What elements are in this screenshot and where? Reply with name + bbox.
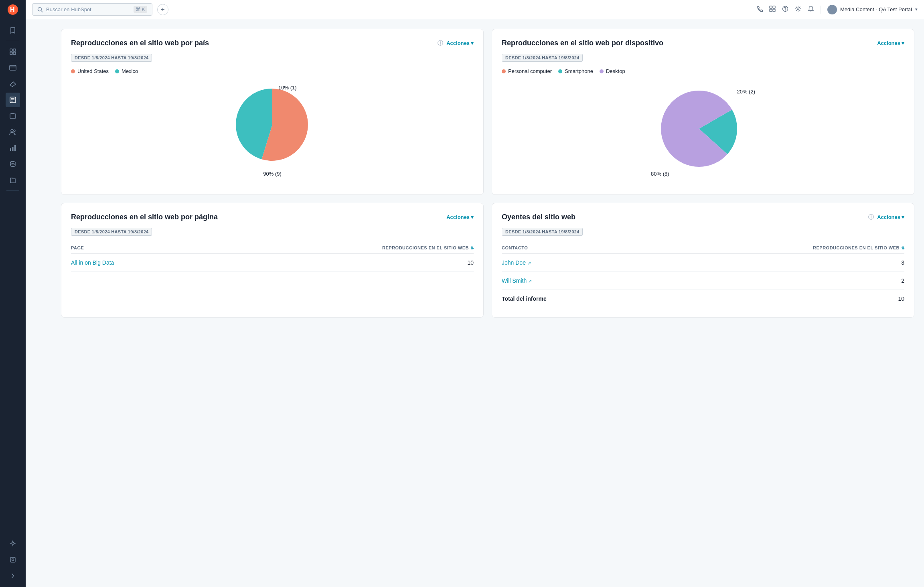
legend-item-mx: Mexico [115,68,138,74]
legend-label-smartphone: Smartphone [565,68,593,74]
contact-count-john: 3 [634,254,904,272]
sort-icon-page[interactable]: ⇅ [470,246,474,250]
topbar-user[interactable]: Media Content - QA Test Portal ▾ [827,5,918,14]
card-country-header: Reproducciones en el sitio web por país … [71,39,474,47]
svg-rect-22 [770,6,772,8]
sort-icon-contact[interactable]: ⇅ [901,246,905,250]
topbar: Buscar en HubSpot ⌘K + [26,0,924,19]
sidebar-item-content[interactable] [6,93,20,107]
legend-dot-us [71,69,75,73]
sidebar-item-people[interactable] [6,125,20,139]
contact-link-john[interactable]: John Doe [502,259,526,266]
card-listeners-header: Oyentes del sitio web ⓘ Acciones ▾ [502,213,904,221]
legend-item-smartphone: Smartphone [558,68,593,74]
pie-label-mexico: 10% (1) [278,85,297,91]
svg-rect-5 [13,52,16,55]
card-country-legend: United States Mexico [71,68,138,74]
dashboard-grid: Reproducciones en el sitio web por país … [61,29,914,318]
svg-rect-19 [10,557,15,562]
topbar-divider [821,6,821,14]
svg-rect-17 [14,145,16,151]
pie-label-smartphone: 20% (2) [737,89,755,95]
card-device-header: Reproducciones en el sitio web por dispo… [502,39,904,47]
sidebar-divider-2 [6,190,19,191]
legend-dot-pc [502,69,506,73]
card-listeners-actions[interactable]: Acciones ▾ [877,214,904,220]
svg-rect-6 [10,65,16,70]
legend-dot-desktop [600,69,604,73]
page-link[interactable]: All in on Big Data [71,259,114,266]
sidebar-item-contacts[interactable] [6,61,20,75]
svg-rect-15 [10,148,11,151]
legend-item-pc: Personal computer [502,68,552,74]
footer-count: 10 [634,290,904,308]
svg-point-13 [11,130,13,132]
sidebar-item-bookmark[interactable] [6,23,20,38]
col-page-header: PAGE [71,242,200,254]
phone-icon[interactable] [756,6,763,14]
card-country-info-icon[interactable]: ⓘ [438,40,443,47]
sidebar-item-integrations[interactable] [6,553,20,567]
user-avatar [827,5,837,14]
sidebar-item-files[interactable] [6,173,20,187]
user-chevron: ▾ [915,7,918,12]
search-box[interactable]: Buscar en HubSpot ⌘K [32,3,152,16]
search-icon [37,7,43,12]
svg-point-28 [797,8,799,10]
card-listeners: Oyentes del sitio web ⓘ Acciones ▾ DESDE… [492,203,914,318]
sidebar-item-ai[interactable] [6,536,20,551]
add-button[interactable]: + [157,4,168,15]
card-page-header: Reproducciones en el sitio web por págin… [71,213,474,221]
main-content: Reproducciones en el sitio web por país … [51,19,924,587]
sidebar: H [0,0,26,587]
card-country-chart: United States Mexico [71,68,474,177]
svg-point-18 [10,162,15,164]
grid-icon[interactable] [769,6,776,14]
card-country-actions[interactable]: Acciones ▾ [446,40,474,46]
svg-point-14 [14,130,15,132]
contact-count-will: 2 [634,272,904,290]
svg-rect-4 [10,52,12,55]
footer-label: Total del informe [502,290,634,308]
help-icon[interactable] [782,6,788,14]
external-link-icon-will[interactable]: ↗ [528,279,532,283]
svg-point-20 [12,559,14,561]
legend-label-pc: Personal computer [508,68,552,74]
card-listeners-date: DESDE 1/8/2024 HASTA 19/8/2024 [502,228,583,236]
contact-link-will[interactable]: Will Smith [502,277,527,284]
col-contact-count-header: REPRODUCCIONES EN EL SITIO WEB ⇅ [634,242,904,254]
sidebar-item-dashboard[interactable] [6,45,20,59]
table-footer-row: Total del informe 10 [502,290,904,308]
pie-chart-country: 10% (1) 90% (9) [228,81,316,177]
hubspot-logo[interactable]: H [6,3,19,16]
page-count: 10 [200,254,474,272]
sidebar-item-expand[interactable] [6,569,20,583]
pie-label-us: 90% (9) [263,171,282,177]
card-listeners-info-icon[interactable]: ⓘ [868,214,874,221]
svg-rect-12 [10,114,16,118]
col-contact-header: CONTACTO [502,242,634,254]
external-link-icon-john[interactable]: ↗ [527,261,531,265]
search-kbd: ⌘K [134,6,147,13]
search-placeholder: Buscar en HubSpot [46,6,130,12]
svg-rect-23 [773,6,775,8]
card-by-country: Reproducciones en el sitio web por país … [61,29,484,195]
page-table: PAGE REPRODUCCIONES EN EL SITIO WEB ⇅ Al… [71,242,474,272]
settings-icon[interactable] [795,6,801,14]
notifications-icon[interactable] [808,6,814,14]
card-by-page: Reproducciones en el sitio web por págin… [61,203,484,318]
card-listeners-title: Oyentes del sitio web [502,213,865,221]
table-row: All in on Big Data 10 [71,254,474,272]
card-page-actions[interactable]: Acciones ▾ [446,214,474,220]
topbar-icons: Media Content - QA Test Portal ▾ [756,5,918,14]
legend-label-mx: Mexico [122,68,138,74]
user-name: Media Content - QA Test Portal [840,6,912,12]
sidebar-item-data[interactable] [6,157,20,171]
pie-svg-country [228,81,316,169]
sidebar-item-marketing[interactable] [6,77,20,91]
card-country-title: Reproducciones en el sitio web por país [71,39,434,47]
card-device-actions[interactable]: Acciones ▾ [877,40,904,46]
legend-item-us: United States [71,68,109,74]
sidebar-item-library[interactable] [6,109,20,123]
sidebar-item-analytics[interactable] [6,141,20,155]
